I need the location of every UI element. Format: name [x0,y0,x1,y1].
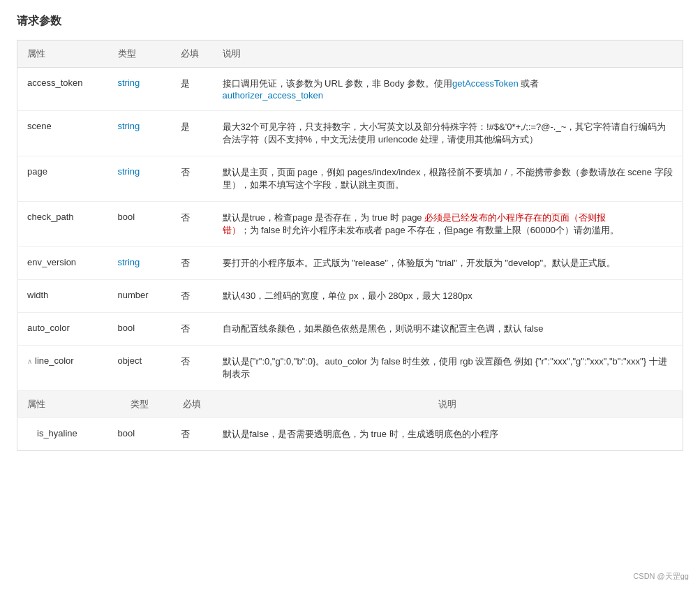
sub-header-prop: 属性 [17,391,108,418]
cell-required: 否 [171,202,213,247]
type-value: string [118,121,140,131]
table-row: env_versionstring否要打开的小程序版本。正式版为 "releas… [17,247,683,280]
sub-header-type: 类型 [108,391,171,418]
cell-type: number [108,280,171,313]
cell-prop: check_path [17,202,108,247]
prop-name: auto_color [27,323,70,333]
cell-required: 否 [171,247,213,280]
type-value: string [118,257,140,267]
sub-cell-required: 否 [171,418,213,451]
table-row: check_pathbool否默认是true，检查page 是否存在，为 tru… [17,202,683,247]
page-title: 请求参数 [17,14,683,29]
cell-desc: 默认是{"r":0,"g":0,"b":0}。auto_color 为 fals… [213,346,683,391]
sub-cell-prop: is_hyaline [17,418,108,451]
type-value: bool [118,323,135,333]
table-row: scenestring是最大32个可见字符，只支持数字，大小写英文以及部分特殊字… [17,111,683,156]
cell-desc: 默认430，二维码的宽度，单位 px，最小 280px，最大 1280px [213,280,683,313]
cell-required: 否 [171,156,213,202]
sub-cell-desc: 默认是false，是否需要透明底色，为 true 时，生成透明底色的小程序 [213,418,683,451]
type-value: string [118,78,140,88]
cell-required: 否 [171,346,213,391]
prop-name: width [27,290,48,300]
cell-required: 是 [171,68,213,111]
header-prop: 属性 [17,40,108,68]
sub-cell-type: bool [108,418,171,451]
cell-desc: 默认是true，检查page 是否存在，为 true 时 page 必须是已经发… [213,202,683,247]
expand-icon[interactable]: ∧ [27,357,32,365]
prop-name: scene [27,121,52,131]
highlight-check-path: 必须是已经发布的小程序存在的页面（否则报错） [223,212,606,235]
cell-type: string [108,247,171,280]
type-value: string [118,166,140,177]
cell-required: 否 [171,280,213,313]
cell-prop: ∧line_color [17,346,108,391]
link-authorizer-access-token[interactable]: authorizer_access_token [223,90,324,101]
cell-desc: 最大32个可见字符，只支持数字，大小写英文以及部分特殊字符：!#$&'0*+,/… [213,111,683,156]
type-value: number [118,290,149,300]
params-table: 属性 类型 必填 说明 access_tokenstring是接口调用凭证，该参… [17,40,683,451]
cell-type: string [108,68,171,111]
cell-desc: 要打开的小程序版本。正式版为 "release"，体验版为 "trial"，开发… [213,247,683,280]
table-row: pagestring否默认是主页，页面 page，例如 pages/index/… [17,156,683,202]
cell-type: object [108,346,171,391]
prop-name: env_version [27,257,76,267]
cell-type: string [108,156,171,202]
table-row: auto_colorbool否自动配置线条颜色，如果颜色依然是黑色，则说明不建议… [17,313,683,346]
prop-name: page [27,166,47,177]
header-type: 类型 [108,40,171,68]
cell-prop: access_token [17,68,108,111]
sub-table-row: is_hyalinebool否默认是false，是否需要透明底色，为 true … [17,418,683,451]
cell-desc: 接口调用凭证，该参数为 URL 参数，非 Body 参数。使用getAccess… [213,68,683,111]
cell-prop: auto_color [17,313,108,346]
prop-name: line_color [35,355,74,366]
cell-prop: scene [17,111,108,156]
cell-type: bool [108,202,171,247]
table-row: ∧line_colorobject否默认是{"r":0,"g":0,"b":0}… [17,346,683,391]
cell-desc: 自动配置线条颜色，如果颜色依然是黑色，则说明不建议配置主色调，默认 false [213,313,683,346]
cell-prop: env_version [17,247,108,280]
cell-prop: width [17,280,108,313]
cell-desc: 默认是主页，页面 page，例如 pages/index/index，根路径前不… [213,156,683,202]
sub-header-row: 属性类型必填说明 [17,391,683,418]
cell-required: 是 [171,111,213,156]
cell-required: 否 [171,313,213,346]
type-value: object [118,355,142,366]
cell-prop: page [17,156,108,202]
header-desc: 说明 [213,40,683,68]
prop-name: access_token [27,78,83,88]
table-row: widthnumber否默认430，二维码的宽度，单位 px，最小 280px，… [17,280,683,313]
prop-name: check_path [27,212,74,222]
type-value: bool [118,212,135,222]
sub-header-required: 必填 [171,391,213,418]
header-required: 必填 [171,40,213,68]
cell-type: bool [108,313,171,346]
cell-type: string [108,111,171,156]
sub-header-desc: 说明 [213,391,683,418]
link-get-access-token[interactable]: getAccessToken [452,78,519,89]
table-row: access_tokenstring是接口调用凭证，该参数为 URL 参数，非 … [17,68,683,111]
